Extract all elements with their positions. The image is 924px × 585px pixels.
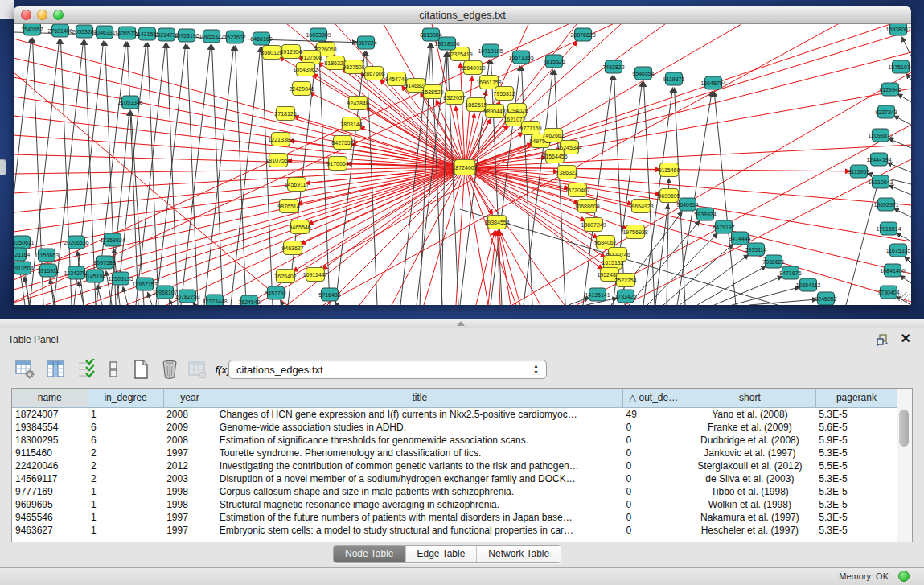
table-cell[interactable]: 2008 [163,407,216,421]
table-row[interactable]: 946554611997Estimation of the future num… [12,511,897,524]
table-cell[interactable]: 1 [88,407,163,421]
table-cell[interactable]: 5.3E-5 [815,511,897,524]
table-row[interactable]: 946362711997Embryonic stem cells: a mode… [12,524,897,537]
table-cell[interactable]: 1998 [163,485,216,498]
table-cell[interactable]: Corpus callosum shape and size in male p… [216,485,623,498]
table-cell[interactable]: 0 [623,434,684,447]
column-header[interactable]: in_degree [88,389,163,407]
table-row[interactable]: 1830029562008Estimation of significance … [12,434,897,447]
table-cell[interactable]: Yano et al. (2008) [684,407,815,421]
close-panel-icon[interactable]: ✕ [901,332,911,346]
table-cell[interactable]: 1 [88,485,163,498]
control-panel-collapsed-handle[interactable] [0,159,6,175]
table-cell[interactable]: 5.3E-5 [815,472,897,485]
table-cell[interactable]: 2009 [163,421,216,434]
table-cell[interactable]: 9777169 [12,485,88,498]
table-cell[interactable]: 2 [88,472,163,485]
panel-splitter[interactable] [0,319,924,328]
table-cell[interactable]: 0 [623,498,684,511]
select-rows-icon[interactable] [74,357,98,381]
table-cell[interactable]: 9465546 [12,511,88,524]
float-panel-icon[interactable] [876,333,889,346]
table-cell[interactable]: 0 [623,485,684,498]
table-cell[interactable]: 5.3E-5 [815,447,897,459]
table-cell[interactable]: 9699695 [12,498,88,511]
table-cell[interactable]: 2008 [163,434,216,447]
table-cell[interactable]: Changes of HCN gene expression and I(f) … [216,407,623,421]
table-cell[interactable]: 5.3E-5 [815,498,897,511]
table-cell[interactable]: 1997 [163,524,216,537]
create-table-icon[interactable] [129,357,153,381]
tab-node-table[interactable]: Node Table [334,546,406,562]
table-cell[interactable]: 0 [623,421,684,434]
table-cell[interactable]: Tibbo et al. (1998) [684,485,815,498]
table-cell[interactable]: Stergiakouli et al. (2012) [684,459,815,472]
row-height-icon[interactable] [101,357,125,381]
table-cell[interactable]: 0 [623,459,684,472]
table-cell[interactable]: 5.3E-5 [815,485,897,498]
table-cell[interactable]: 2 [88,447,163,459]
table-cell[interactable]: 1 [88,524,163,537]
table-cell[interactable]: 1 [88,498,163,511]
table-cell[interactable]: 5.9E-5 [815,434,897,447]
table-options-icon[interactable] [13,357,37,381]
table-cell[interactable]: 5.6E-5 [815,421,897,434]
table-cell[interactable]: 0 [623,524,684,537]
table-scrollbar-thumb[interactable] [899,410,909,447]
table-cell[interactable]: Genome-wide association studies in ADHD. [216,421,623,434]
window-titlebar[interactable]: citations_edges.txt [14,6,911,24]
import-table-icon[interactable] [185,357,209,381]
table-cell[interactable]: 2 [88,459,163,472]
table-cell[interactable]: 0 [623,472,684,485]
table-cell[interactable]: Nakamura et al. (1997) [684,511,815,524]
table-cell[interactable]: Dudbridge et al. (2008) [684,434,815,447]
splitter-grip-icon[interactable] [457,321,465,326]
table-cell[interactable]: 18724007 [12,407,88,421]
tab-network-table[interactable]: Network Table [477,546,561,562]
table-cell[interactable]: Embryonic stem cells: a model to study s… [216,524,623,537]
table-cell[interactable]: 5.3E-5 [815,524,897,537]
memory-ok-icon[interactable] [898,571,910,582]
table-cell[interactable]: 14569117 [12,472,88,485]
table-cell[interactable]: Investigating the contribution of common… [216,459,623,472]
table-cell[interactable]: 5.5E-5 [815,459,897,472]
column-header[interactable]: △ out_de… [623,389,684,407]
table-cell[interactable]: de Silva et al. (2003) [684,472,815,485]
table-cell[interactable]: Disruption of a novel member of a sodium… [216,472,623,485]
table-cell[interactable]: Tourette syndrome. Phenomenology and cla… [216,447,623,459]
table-cell[interactable]: 5.3E-5 [815,407,897,421]
table-cell[interactable]: Franke et al. (2009) [684,421,815,434]
show-columns-icon[interactable] [43,357,68,381]
table-cell[interactable]: Estimation of the future numbers of pati… [216,511,623,524]
delete-table-icon[interactable] [158,357,182,381]
table-cell[interactable]: 1997 [163,447,216,459]
tab-edge-table[interactable]: Edge Table [406,546,478,562]
table-row[interactable]: 911546021997Tourette syndrome. Phenomeno… [12,447,897,459]
table-row[interactable]: 969969511998Structural magnetic resonanc… [12,498,897,511]
table-cell[interactable]: 2012 [163,459,216,472]
table-cell[interactable]: 6 [88,434,163,447]
table-cell[interactable]: 49 [623,407,684,421]
table-select-dropdown[interactable]: citations_edges.txt ▲▼ [228,360,547,379]
table-cell[interactable]: Estimation of significance thresholds fo… [216,434,623,447]
table-row[interactable]: 977716911998Corpus callosum shape and si… [12,485,897,498]
table-cell[interactable]: 0 [623,447,684,459]
column-header[interactable]: name [12,389,88,407]
table-cell[interactable]: 1 [88,511,163,524]
table-cell[interactable]: 18300295 [12,434,88,447]
table-cell[interactable]: Jankovic et al. (1997) [684,447,815,459]
table-cell[interactable]: 9463627 [12,524,88,537]
citation-network-graph[interactable]: 1872400786601288912954822605891275081054… [14,24,911,305]
table-cell[interactable]: 19384554 [12,421,88,434]
table-cell[interactable]: Wolkin et al. (1998) [684,498,815,511]
table-row[interactable]: 1872400712008Changes of HCN gene express… [12,407,897,421]
table-cell[interactable]: 22420046 [12,459,88,472]
table-row[interactable]: 1938455462009Genome-wide association stu… [12,421,897,434]
table-cell[interactable]: 6 [88,421,163,434]
window-resize-grip[interactable] [898,292,910,303]
table-scrollbar[interactable] [897,389,912,542]
table-cell[interactable]: 1997 [163,511,216,524]
table-cell[interactable]: Hescheler et al. (1997) [684,524,815,537]
column-header[interactable]: title [216,389,623,407]
column-header[interactable]: pagerank [815,389,897,407]
